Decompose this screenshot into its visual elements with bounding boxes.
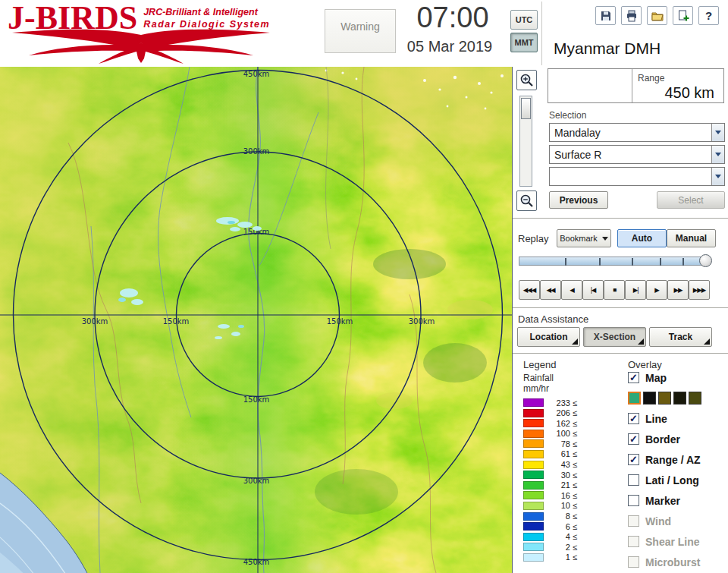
fast-rewind-button[interactable]: ◀◀ <box>540 280 561 300</box>
previous-button[interactable]: Previous <box>549 191 608 209</box>
range-label-300-right: 300km <box>409 317 435 326</box>
checkbox <box>628 556 639 568</box>
warning-panel[interactable]: Warning <box>325 9 396 53</box>
replay-timeline-slider[interactable] <box>519 256 712 266</box>
location-button[interactable]: Location <box>517 327 580 347</box>
overlay-item-line[interactable]: Line <box>628 408 726 429</box>
zoom-out-icon <box>519 194 534 208</box>
play-reverse-button[interactable]: ◀ <box>561 280 582 300</box>
export-icon <box>677 10 689 22</box>
product-dropdown-button[interactable] <box>711 146 724 163</box>
legend-swatch <box>523 461 544 469</box>
map-palette-swatch[interactable] <box>643 392 656 405</box>
product-dropdown[interactable]: Surface R <box>549 145 725 164</box>
checkbox[interactable] <box>628 474 639 486</box>
overlay-item-lati-long[interactable]: Lati / Long <box>628 470 726 490</box>
overlay-item-map[interactable]: Map <box>628 367 726 388</box>
map-palette-swatch[interactable] <box>628 392 641 405</box>
replay-timeline-track[interactable] <box>519 257 705 266</box>
skip-start-button[interactable]: ◀◀◀ <box>519 280 540 300</box>
overlay-options: Map Line Border Range / AZ <box>628 367 726 572</box>
print-button[interactable] <box>621 6 642 25</box>
overlay-item-marker[interactable]: Marker <box>628 490 726 511</box>
overlay-item-microburst: Microburst <box>628 552 726 572</box>
auto-mode-button[interactable]: Auto <box>617 229 667 247</box>
fast-forward-button[interactable]: ▶▶ <box>667 280 689 300</box>
bookmark-button[interactable]: Bookmark <box>557 229 611 247</box>
radar-map[interactable]: 450km 300km 150km 150km 300km 450km 300k… <box>0 67 513 573</box>
timeline-tick <box>599 258 601 266</box>
map-palette-swatch[interactable] <box>689 392 701 405</box>
replay-timeline-handle[interactable] <box>699 254 712 267</box>
utc-button[interactable]: UTC <box>510 10 538 30</box>
legend-row: 8 ≤ <box>523 512 577 521</box>
stop-button[interactable]: ■ <box>604 280 625 300</box>
legend-swatch <box>523 409 544 417</box>
zoom-in-button[interactable] <box>516 70 537 90</box>
legend-row: 2 ≤ <box>523 543 577 551</box>
range-box-divider <box>632 69 632 102</box>
print-icon <box>626 10 638 22</box>
legend-swatch <box>523 543 544 551</box>
legend-row: 4 ≤ <box>523 533 577 541</box>
legend-row: 233 ≤ <box>523 398 577 407</box>
header-divider <box>541 2 542 65</box>
site-dropdown[interactable]: Mandalay <box>549 123 725 142</box>
zoom-slider-thumb[interactable] <box>521 98 531 119</box>
checkbox[interactable] <box>628 495 639 506</box>
x-section-button[interactable]: X-Section <box>583 327 646 347</box>
overlay-item-shear-line: Shear Line <box>628 531 726 552</box>
export-button[interactable] <box>673 6 693 25</box>
selection-label: Selection <box>549 110 586 121</box>
track-button[interactable]: Track <box>649 327 712 347</box>
legend-swatch <box>523 471 544 479</box>
step-forward-button[interactable]: ▶| <box>625 280 646 300</box>
checkbox[interactable] <box>628 454 639 465</box>
open-folder-button[interactable] <box>647 6 667 25</box>
app-window: J-BIRDS JRC-Brilliant & Intelligent Rada… <box>0 0 728 573</box>
site-dropdown-button[interactable] <box>711 124 724 141</box>
option-dropdown-button[interactable] <box>711 168 724 185</box>
option-dropdown[interactable] <box>549 167 725 186</box>
overlay-item-border[interactable]: Border <box>628 429 726 449</box>
overlay-item-range-az[interactable]: Range / AZ <box>628 449 726 470</box>
map-palette-swatch[interactable] <box>673 392 686 405</box>
chevron-down-icon <box>715 153 721 156</box>
range-label-150-bottom: 150km <box>243 395 270 404</box>
range-label-300-top: 300km <box>243 147 270 156</box>
map-palette-swatch[interactable] <box>658 392 671 405</box>
play-button[interactable]: ▶ <box>646 280 667 300</box>
range-label-300-bottom: 300km <box>243 477 270 485</box>
zoom-slider-track[interactable] <box>519 96 532 187</box>
legend-label: Legend <box>523 359 556 370</box>
station-name: Myanmar DMH <box>554 39 661 58</box>
legend-unit-line1: Rainfall <box>523 373 554 383</box>
select-button[interactable]: Select <box>657 191 725 209</box>
manual-mode-button[interactable]: Manual <box>667 229 716 247</box>
zoom-out-button[interactable] <box>516 190 537 211</box>
help-icon: ? <box>705 9 712 22</box>
legend-swatch <box>523 450 544 458</box>
save-button[interactable] <box>595 6 616 25</box>
step-back-button[interactable]: |◀ <box>582 280 604 300</box>
eagle-icon <box>8 27 275 64</box>
header-bar: J-BIRDS JRC-Brilliant & Intelligent Rada… <box>0 0 728 67</box>
checkbox[interactable] <box>628 372 639 383</box>
legend-swatch <box>523 439 544 448</box>
checkbox[interactable] <box>628 433 639 445</box>
range-label-300-left: 300km <box>82 317 108 326</box>
site-dropdown-value: Mandalay <box>550 127 711 139</box>
data-assistance-label: Data Assistance <box>518 313 588 325</box>
control-panel: Range 450 km Selection Mandalay Surface … <box>513 67 728 573</box>
section-divider <box>513 353 728 354</box>
skip-end-button[interactable]: ▶▶▶ <box>689 280 710 300</box>
help-button[interactable]: ? <box>698 6 719 25</box>
map-palette-row <box>628 388 726 408</box>
save-icon <box>600 10 612 22</box>
legend-swatch <box>523 522 544 530</box>
mmt-button[interactable]: MMT <box>510 33 538 52</box>
app-logo: J-BIRDS JRC-Brilliant & Intelligent Rada… <box>8 2 290 67</box>
legend-swatch <box>523 398 544 407</box>
zoom-in-icon <box>519 73 534 87</box>
checkbox[interactable] <box>628 413 639 424</box>
